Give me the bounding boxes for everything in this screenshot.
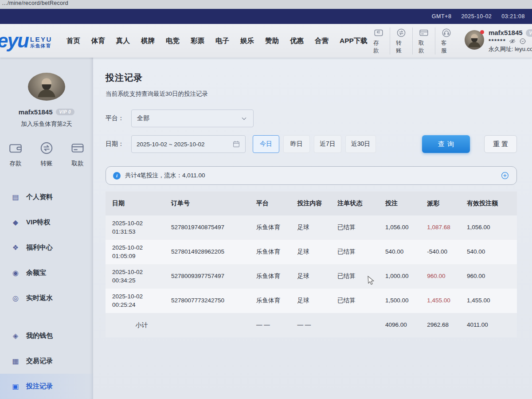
nav-item[interactable]: 优惠 [290, 36, 304, 46]
browser-url-text: …/mine/record/betRecord [0, 0, 68, 6]
date-text: 2025-10-02 [112, 293, 171, 301]
deposit-card-icon [373, 27, 384, 38]
platform-cell: 乐鱼体育 [256, 223, 297, 231]
money-bag-icon: ◉ [11, 269, 20, 277]
sidebar-quick-label: 转账 [41, 160, 53, 168]
username: mafx51845 [489, 28, 523, 37]
notification-dot-icon [480, 30, 484, 34]
sidebar-quick-label: 存款 [10, 160, 22, 168]
logo-en-text: LEYU [30, 35, 52, 43]
content-cell: 足球 [297, 297, 338, 305]
nav-item[interactable]: 棋牌 [141, 36, 155, 46]
date-label: 日期： [106, 140, 131, 148]
rebate-icon: ◎ [11, 294, 20, 302]
main-navbar: eyu LEYU 乐鱼体育 首页体育真人棋牌电竞彩票电子娱乐赞助优惠合营APP下… [0, 24, 532, 58]
sidebar-item-transactions[interactable]: ▦交易记录 [0, 348, 93, 374]
bet-cell: 1,500.00 [385, 297, 427, 305]
screen: …/mine/record/betRecord GMT+8 2025-10-02… [0, 0, 532, 399]
order-cell: 5278007773242750 [171, 297, 256, 305]
nav-item[interactable]: 体育 [91, 36, 105, 46]
sidebar-item-yuebao[interactable]: ◉余额宝 [0, 260, 93, 286]
table-row: 2025-10-0200:25:245278007773242750乐鱼体育足球… [106, 289, 517, 313]
logo-cn-text: 乐鱼体育 [30, 43, 52, 48]
sidebar-vip-badge: VIP 0 [56, 109, 75, 115]
column-header: 有效投注额 [467, 192, 510, 215]
quick-action-withdraw[interactable]: 取款 [412, 27, 435, 55]
date-filter-row: 日期： 2025-10-02 ~ 2025-10-02 今日昨日近7日近30日 … [106, 135, 517, 153]
leyu-logo[interactable]: eyu LEYU 乐鱼体育 [0, 31, 65, 50]
quick-action-label: 取款 [419, 39, 429, 55]
sidebar-item-label: 实时返水 [26, 294, 53, 302]
eye-off-icon[interactable] [509, 38, 516, 45]
date-cell: 2025-10-0200:25:24 [112, 293, 171, 309]
time-text: 00:34:25 [112, 277, 171, 285]
calendar-icon [232, 140, 240, 148]
nav-item[interactable]: 首页 [66, 36, 80, 46]
sidebar-quick-transfer[interactable]: 转账 [39, 141, 54, 168]
nav-item[interactable]: 彩票 [191, 36, 204, 46]
profile-avatar[interactable] [28, 73, 65, 101]
status-cell: 已结算 [337, 297, 385, 305]
withdraw-card-icon [70, 141, 85, 156]
query-button[interactable]: 查询 [422, 135, 470, 153]
sidebar-item-bet-records[interactable]: ▣投注记录 [0, 374, 93, 399]
bet-cell: 1,056.00 [385, 223, 427, 231]
sidebar-item-welfare[interactable]: ❖福利中心 [0, 235, 93, 260]
sidebar: mafx51845 VIP 0 加入乐鱼体育第2天 存款转账取款 ▤个人资料◆V… [0, 58, 93, 399]
range-button[interactable]: 近7日 [314, 135, 341, 153]
sidebar-quick-deposit[interactable]: 存款 [8, 141, 23, 168]
platform-filter-row: 平台： 全部 [106, 110, 517, 127]
sidebar-item-label: 投注记录 [26, 382, 53, 391]
platform-label: 平台： [106, 114, 131, 122]
quick-action-transfer[interactable]: 转账 [390, 27, 412, 55]
summary-bar: 共计4笔投注，流水：4,011.00 [106, 166, 517, 185]
nav-item[interactable]: 娱乐 [240, 36, 254, 46]
table-row: 2025-10-0200:34:255278009397757497乐鱼体育足球… [106, 264, 517, 289]
nav-item[interactable]: 电竞 [166, 36, 180, 46]
subtotal-bet: 4096.00 [385, 321, 427, 329]
nav-item[interactable]: 赞助 [265, 36, 279, 46]
date-text: 2025-10-02 [112, 244, 171, 252]
expand-plus-icon[interactable] [501, 171, 509, 180]
sidebar-quick-withdraw[interactable]: 取款 [70, 141, 85, 168]
time-text: 00:25:24 [112, 301, 171, 309]
status-cell: 已结算 [337, 248, 385, 256]
date-cell: 2025-10-0201:05:09 [112, 244, 171, 260]
chevron-down-icon [240, 115, 248, 122]
date-range-value: 2025-10-02 ~ 2025-10-02 [137, 141, 205, 148]
reset-button[interactable]: 重置 [484, 135, 517, 153]
range-button[interactable]: 近30日 [345, 135, 376, 153]
page-title: 投注记录 [106, 72, 517, 84]
platform-select[interactable]: 全部 [131, 110, 254, 127]
browser-url-bar: …/mine/record/betRecord [0, 0, 532, 9]
column-header: 派彩 [427, 192, 467, 215]
subtotal-label: 小计 [112, 321, 171, 329]
quick-action-support[interactable]: 客服 [435, 27, 458, 55]
chevron-down-circle-icon[interactable] [519, 38, 526, 45]
sidebar-item-profile[interactable]: ▤个人资料 [0, 184, 93, 210]
range-button[interactable]: 昨日 [283, 135, 310, 153]
sidebar-item-wallet[interactable]: ◈我的钱包 [0, 323, 93, 348]
sidebar-item-vip[interactable]: ◆VIP特权 [0, 210, 93, 235]
nav-item[interactable]: 真人 [116, 36, 130, 46]
avatar[interactable] [465, 30, 484, 50]
sidebar-item-rebate[interactable]: ◎实时返水 [0, 286, 93, 311]
table-row: 2025-10-0201:31:535278019740875497乐鱼体育足球… [106, 215, 517, 240]
wallet-icon [8, 141, 23, 156]
status-cell: 已结算 [337, 223, 385, 231]
nav-item[interactable]: APP下载 [340, 36, 368, 46]
valid-bet-cell: 960.00 [467, 272, 510, 280]
order-cell: 5278014928962205 [171, 248, 256, 256]
piggy-wallet-icon: ◈ [11, 332, 20, 340]
range-button[interactable]: 今日 [253, 135, 279, 153]
subtotal-row: 小计 — — — — 4096.00 2962.68 4011.00 [106, 313, 517, 337]
quick-action-deposit[interactable]: 存款 [368, 27, 390, 55]
nav-item[interactable]: 电子 [215, 36, 229, 46]
bet-records-icon: ▣ [11, 382, 20, 391]
topbar: GMT+8 2025-10-02 03:21:08 [0, 9, 532, 24]
nav-quick-actions: 存款转账取款客服 [368, 27, 458, 55]
nav-item[interactable]: 合营 [315, 36, 329, 46]
date-range-input[interactable]: 2025-10-02 ~ 2025-10-02 [131, 135, 246, 153]
valid-bet-cell: 1,056.00 [467, 223, 510, 231]
support-headset-icon [441, 27, 452, 38]
